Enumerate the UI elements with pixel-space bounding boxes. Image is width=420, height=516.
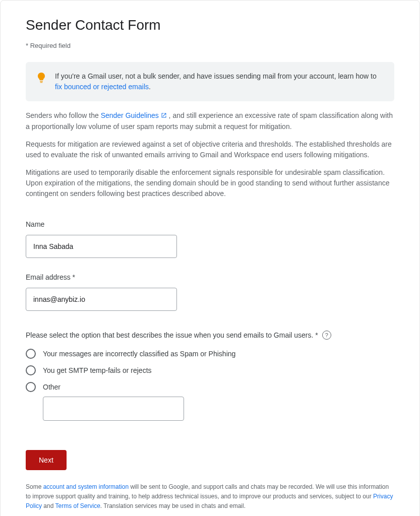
tip-banner: If you're a Gmail user, not a bulk sende… <box>26 62 394 101</box>
disclaimer-a: Some <box>26 483 43 490</box>
required-field-note: * Required field <box>26 41 394 51</box>
tip-suffix: . <box>149 83 151 91</box>
radio-label: You get SMTP temp-fails or rejects <box>43 365 152 376</box>
help-icon[interactable]: ? <box>322 331 331 340</box>
radio-option-spam[interactable]: Your messages are incorrectly classified… <box>26 346 394 362</box>
radio-option-smtp[interactable]: You get SMTP temp-fails or rejects <box>26 362 394 379</box>
tip-text: If you're a Gmail user, not a bulk sende… <box>55 71 383 92</box>
account-info-link[interactable]: account and system information <box>43 483 129 490</box>
disclaimer-c: and <box>42 502 55 509</box>
terms-of-service-link[interactable]: Terms of Service <box>55 502 100 509</box>
external-link-icon <box>161 111 167 121</box>
radio-circle-icon[interactable] <box>26 365 36 375</box>
intro-p1-a: Senders who follow the <box>26 111 101 119</box>
next-button[interactable]: Next <box>26 450 67 470</box>
svg-rect-1 <box>40 82 43 83</box>
issue-question-label: Please select the option that best descr… <box>26 330 318 341</box>
radio-circle-icon[interactable] <box>26 382 36 392</box>
tip-prefix: If you're a Gmail user, not a bulk sende… <box>55 72 377 80</box>
radio-label: Your messages are incorrectly classified… <box>43 349 235 359</box>
intro-paragraph-1: Senders who follow the Sender Guidelines… <box>26 110 394 132</box>
sender-guidelines-link[interactable]: Sender Guidelines <box>101 111 169 119</box>
radio-option-other[interactable]: Other <box>26 379 394 396</box>
form-card: Sender Contact Form * Required field If … <box>0 0 420 516</box>
email-input[interactable] <box>26 288 177 311</box>
issue-radio-group: Your messages are incorrectly classified… <box>26 346 394 421</box>
intro-paragraph-3: Mitigations are used to temporarily disa… <box>26 167 394 199</box>
name-input[interactable] <box>26 235 177 258</box>
sender-guidelines-text: Sender Guidelines <box>101 111 159 119</box>
fix-bounced-link[interactable]: fix bounced or rejected emails <box>55 83 149 91</box>
intro-paragraph-2: Requests for mitigation are reviewed aga… <box>26 139 394 160</box>
radio-label: Other <box>43 382 61 393</box>
page-title: Sender Contact Form <box>26 15 394 36</box>
lightbulb-icon <box>37 72 46 86</box>
svg-rect-0 <box>40 81 43 81</box>
other-input[interactable] <box>43 397 184 421</box>
disclaimer: Some account and system information will… <box>26 482 394 511</box>
disclaimer-d: . Translation services may be used in ch… <box>100 502 246 509</box>
email-label: Email address * <box>26 272 394 283</box>
name-label: Name <box>26 219 394 230</box>
radio-circle-icon[interactable] <box>26 349 36 359</box>
